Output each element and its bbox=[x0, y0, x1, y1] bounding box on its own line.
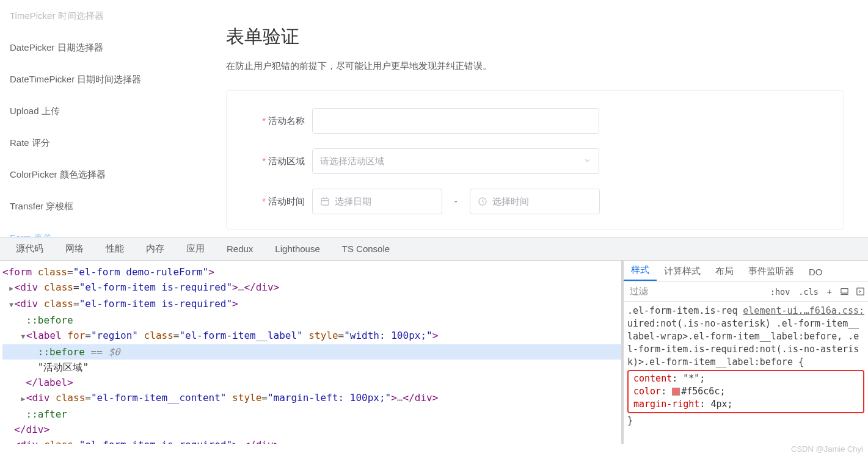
sidebar-item-upload[interactable]: Upload 上传 bbox=[10, 95, 220, 127]
chevron-down-icon bbox=[583, 156, 591, 167]
svg-rect-5 bbox=[841, 289, 847, 294]
date-separator: - bbox=[454, 197, 458, 206]
sidebar-item-colorpicker[interactable]: ColorPicker 颜色选择器 bbox=[10, 159, 220, 190]
region-placeholder: 请选择活动区域 bbox=[320, 156, 384, 167]
styles-filter-input[interactable]: 过滤 bbox=[624, 286, 766, 297]
form-row-time: *活动时间 选择日期 - 选择时间 bbox=[251, 189, 819, 214]
cls-button[interactable]: .cls bbox=[794, 287, 823, 297]
styles-panel: 样式 计算样式 布局 事件监听器 DO 过滤 :hov .cls + eleme… bbox=[624, 261, 868, 444]
sidebar-item-form[interactable]: Form 表单 bbox=[10, 222, 220, 237]
tab-memory[interactable]: 内存 bbox=[135, 237, 175, 260]
tab-tsconsole[interactable]: TS Console bbox=[331, 237, 401, 260]
devtools-tabbar: 源代码 网络 性能 内存 应用 Redux Lighthouse TS Cons… bbox=[0, 237, 868, 261]
tab-network[interactable]: 网络 bbox=[54, 237, 95, 260]
main-content: 表单验证 在防止用户犯错的前提下，尽可能让用户更早地发现并纠正错误。 *活动名称… bbox=[220, 0, 868, 237]
styles-tab-do[interactable]: DO bbox=[801, 263, 830, 281]
calendar-icon bbox=[320, 197, 330, 206]
region-select[interactable]: 请选择活动区域 bbox=[312, 148, 599, 174]
form-row-region: *活动区域 请选择活动区域 bbox=[251, 148, 819, 174]
page-title: 表单验证 bbox=[226, 24, 844, 49]
styles-tabs: 样式 计算样式 布局 事件监听器 DO bbox=[624, 261, 868, 281]
dom-line[interactable]: ▶<div class="el-form-item__content" styl… bbox=[2, 390, 621, 407]
date-input[interactable]: 选择日期 bbox=[312, 189, 442, 214]
clock-icon bbox=[478, 197, 487, 206]
styles-tab-layout[interactable]: 布局 bbox=[708, 262, 741, 281]
region-label: *活动区域 bbox=[251, 156, 312, 167]
styles-filter-row: 过滤 :hov .cls + bbox=[624, 281, 868, 302]
dom-line[interactable]: ▶<div class="el-form-item is-required">…… bbox=[2, 437, 621, 444]
css-rule-block[interactable]: element-ui.…f616a.css: .el-form-item.is-… bbox=[624, 302, 868, 430]
tab-redux[interactable]: Redux bbox=[216, 237, 264, 260]
name-label: *活动名称 bbox=[251, 115, 312, 127]
time-label: *活动时间 bbox=[251, 196, 312, 208]
devtools: 源代码 网络 性能 内存 应用 Redux Lighthouse TS Cons… bbox=[0, 237, 868, 444]
sidebar-item-transfer[interactable]: Transfer 穿梭框 bbox=[10, 190, 220, 222]
dom-line[interactable]: "活动区域" bbox=[2, 360, 621, 375]
color-swatch-icon[interactable] bbox=[672, 388, 680, 396]
css-close-brace: } bbox=[627, 414, 864, 427]
name-input[interactable] bbox=[312, 108, 599, 134]
dom-line-selected[interactable]: ::before == $0 bbox=[2, 344, 621, 360]
date-placeholder: 选择日期 bbox=[335, 196, 371, 208]
more-icon[interactable] bbox=[855, 286, 866, 297]
dom-line[interactable]: <form class="el-form demo-ruleForm"> bbox=[2, 264, 621, 280]
tab-application[interactable]: 应用 bbox=[175, 237, 216, 260]
sidebar-item-datepicker[interactable]: DatePicker 日期选择器 bbox=[10, 32, 220, 63]
hov-button[interactable]: :hov bbox=[766, 287, 795, 297]
svg-rect-0 bbox=[321, 198, 329, 205]
dom-line[interactable]: ::before bbox=[2, 313, 621, 328]
dom-line[interactable]: ▼<label for="region" class="el-form-item… bbox=[2, 328, 621, 344]
tab-sources[interactable]: 源代码 bbox=[5, 237, 54, 260]
dom-tree-panel[interactable]: <form class="el-form demo-ruleForm"> ▶<d… bbox=[0, 261, 621, 444]
sidebar-item-datetimepicker[interactable]: DateTimePicker 日期时间选择器 bbox=[10, 63, 220, 95]
time-input[interactable]: 选择时间 bbox=[470, 189, 600, 214]
dom-line[interactable]: ▶<div class="el-form-item is-required">…… bbox=[2, 280, 621, 296]
new-rule-button[interactable]: + bbox=[823, 287, 836, 297]
css-source-link[interactable]: element-ui.…f616a.css: bbox=[743, 305, 864, 317]
form-card: *活动名称 *活动区域 请选择活动区域 *活动时间 选择日期 bbox=[226, 90, 844, 230]
sidebar-item-rate[interactable]: Rate 评分 bbox=[10, 127, 220, 159]
dom-line[interactable]: ::after bbox=[2, 407, 621, 422]
highlighted-css-rules: content: "*"; color: #f56c6c; margin-rig… bbox=[627, 370, 864, 413]
form-row-name: *活动名称 bbox=[251, 108, 819, 134]
device-toolbar-icon[interactable] bbox=[839, 286, 850, 297]
page-description: 在防止用户犯错的前提下，尽可能让用户更早地发现并纠正错误。 bbox=[226, 60, 844, 72]
dom-line[interactable]: </label> bbox=[2, 375, 621, 390]
styles-tab-styles[interactable]: 样式 bbox=[624, 261, 657, 281]
tab-lighthouse[interactable]: Lighthouse bbox=[264, 237, 330, 260]
sidebar: TimePicker 时间选择器 DatePicker 日期选择器 DateTi… bbox=[0, 0, 220, 237]
styles-tab-computed[interactable]: 计算样式 bbox=[657, 262, 708, 281]
tab-performance[interactable]: 性能 bbox=[95, 237, 135, 260]
time-placeholder: 选择时间 bbox=[492, 196, 529, 208]
dom-line[interactable]: </div> bbox=[2, 422, 621, 437]
sidebar-item-timepicker[interactable]: TimePicker 时间选择器 bbox=[10, 0, 220, 32]
dom-line[interactable]: ▼<div class="el-form-item is-required"> bbox=[2, 296, 621, 313]
styles-tab-listeners[interactable]: 事件监听器 bbox=[741, 262, 801, 281]
